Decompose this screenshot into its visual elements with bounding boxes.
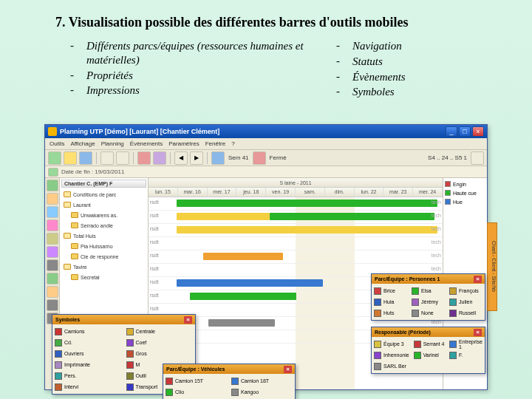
palette-item[interactable]: Intervi — [55, 382, 122, 392]
palette-item[interactable]: Varinel — [414, 350, 445, 360]
tree-row[interactable]: Pia Huissarno — [61, 241, 146, 251]
floatbox-responsable[interactable]: Responsable (Période)× Équipe 3Serrant 4… — [371, 327, 485, 374]
tool-icon[interactable] — [153, 151, 166, 165]
legend-item[interactable]: Engin — [445, 180, 485, 188]
tree-row[interactable]: Tavire — [61, 262, 146, 272]
palette-item[interactable]: Centrale — [126, 327, 194, 336]
tool-icon[interactable] — [253, 151, 266, 165]
tool-icon[interactable] — [471, 151, 484, 165]
close-icon[interactable]: × — [284, 366, 292, 373]
menu-item[interactable]: ? — [231, 140, 234, 147]
palette-item[interactable]: Camions — [55, 327, 122, 336]
close-icon[interactable]: × — [184, 316, 192, 324]
nav-prev-icon[interactable]: ◀ — [174, 151, 188, 165]
palette-item[interactable]: Serrant 4 — [414, 339, 445, 349]
close-icon[interactable]: × — [474, 276, 482, 283]
palette-item[interactable]: Brice — [374, 286, 407, 296]
palette-item[interactable]: Russell — [449, 308, 482, 318]
sidetool-icon[interactable] — [47, 233, 58, 245]
palette-item[interactable]: Camion 18T — [231, 376, 293, 386]
tool-icon[interactable] — [100, 151, 114, 165]
gantt-bar[interactable] — [177, 279, 323, 287]
floatbox-vehicules[interactable]: Parc/Équipe : Véhicules× Camion 15TCamio… — [163, 364, 296, 399]
palette-item[interactable]: Huts — [374, 308, 407, 318]
sidetool-icon[interactable] — [47, 259, 58, 271]
menu-item[interactable]: Planning — [101, 140, 124, 147]
palette-item[interactable]: SARL Ber — [374, 361, 409, 371]
close-button[interactable]: × — [472, 126, 484, 137]
palette-item[interactable]: Jérémy — [412, 297, 445, 307]
gantt-bar[interactable] — [208, 319, 275, 327]
menu-item[interactable]: Affichage — [70, 140, 95, 147]
palette-item[interactable]: Entreprise 1 — [449, 339, 482, 349]
sidetool-icon[interactable] — [47, 273, 58, 284]
palette-item[interactable]: Cd. — [55, 338, 122, 347]
close-icon[interactable]: × — [474, 329, 482, 336]
titlebar[interactable]: Planning UTP [Démo] [Laurant] [Chantier … — [45, 125, 487, 138]
tree-row[interactable]: Total Huis — [61, 231, 146, 241]
folder-icon — [64, 191, 71, 197]
gantt-bar[interactable] — [270, 213, 434, 220]
palette-item[interactable]: Coef — [126, 338, 194, 347]
palette-item[interactable]: Ouvriers — [55, 349, 122, 358]
palette-item[interactable]: Inhennonie — [374, 350, 409, 360]
right-tab[interactable]: Chart - Client - Site/hb — [487, 222, 497, 311]
tree-row[interactable]: Serrado andie — [61, 220, 146, 231]
nav-next-icon[interactable]: ▶ — [190, 151, 203, 165]
palette-item[interactable]: Pers. — [55, 371, 122, 381]
gantt-row[interactable]: rsdttech — [149, 211, 443, 224]
tree-row[interactable]: Conditions de parc — [61, 189, 146, 200]
minimize-button[interactable]: _ — [446, 126, 457, 137]
palette-item[interactable]: Clio — [166, 387, 227, 397]
palette-item[interactable]: Équipe 3 — [374, 339, 409, 349]
tree-header[interactable]: Chantier C. (EMP) F — [61, 180, 146, 188]
palette-item[interactable]: Gros — [126, 349, 194, 358]
palette-item[interactable]: François — [449, 286, 482, 296]
tree-row[interactable]: Cie de responne — [61, 251, 146, 262]
sidetool-icon[interactable] — [47, 206, 58, 218]
flag-icon[interactable] — [48, 168, 58, 177]
sidetool-icon[interactable] — [47, 246, 58, 258]
maximize-button[interactable]: □ — [459, 126, 471, 137]
menu-item[interactable]: Outils — [50, 140, 64, 147]
menu-item[interactable]: Paramètres — [168, 140, 199, 147]
menu-item[interactable]: Fenêtre — [205, 140, 226, 147]
palette-item[interactable]: Camion 15T — [166, 376, 227, 386]
gantt-row[interactable]: rsdttech — [149, 237, 443, 250]
palette-item[interactable]: Kangoo — [231, 387, 293, 397]
gantt-bar[interactable] — [203, 253, 283, 260]
tool-icon[interactable] — [64, 151, 77, 165]
gantt-bar[interactable] — [177, 213, 270, 220]
legend-item[interactable]: Hue — [445, 197, 485, 206]
gantt-bar[interactable] — [177, 200, 437, 207]
palette-item[interactable]: Julien — [449, 297, 482, 307]
sidetool-icon[interactable] — [47, 193, 58, 205]
palette-item[interactable]: Elsa — [412, 286, 445, 296]
gantt-row[interactable]: rsdttech — [149, 224, 443, 237]
menu-item[interactable]: Évènements — [130, 140, 163, 147]
sidetool-icon[interactable] — [47, 219, 58, 231]
gantt-bar[interactable] — [190, 293, 296, 300]
tree-row[interactable]: Secretal — [61, 272, 146, 282]
gantt-row[interactable]: rsdttech — [149, 250, 443, 264]
palette-label: Équipe 3 — [383, 341, 404, 347]
tree-row[interactable]: Laurant — [61, 200, 146, 210]
tree-row[interactable]: Unwakarens as. — [61, 210, 146, 220]
tool-icon[interactable] — [116, 151, 129, 165]
palette-item[interactable]: None — [412, 308, 445, 318]
tool-icon[interactable] — [79, 151, 92, 165]
floatbox-personnes[interactable]: Parc/Équipe : Personnes 1× BriceElsaFran… — [371, 273, 485, 321]
tool-icon[interactable] — [48, 151, 61, 165]
folder-icon — [64, 233, 71, 239]
gantt-row[interactable]: rsdttech — [149, 197, 443, 211]
sidetool-icon[interactable] — [47, 180, 58, 191]
tool-icon[interactable] — [137, 151, 151, 165]
palette-item[interactable]: Huia — [374, 297, 407, 307]
tool-icon[interactable] — [211, 151, 225, 165]
sidetool-icon[interactable] — [47, 299, 58, 311]
gantt-bar[interactable] — [177, 226, 437, 233]
legend-item[interactable]: Haute cue — [445, 188, 485, 197]
palette-item[interactable]: F. — [449, 350, 482, 360]
sidetool-icon[interactable] — [47, 286, 58, 298]
palette-item[interactable]: Imprimante — [55, 360, 122, 369]
